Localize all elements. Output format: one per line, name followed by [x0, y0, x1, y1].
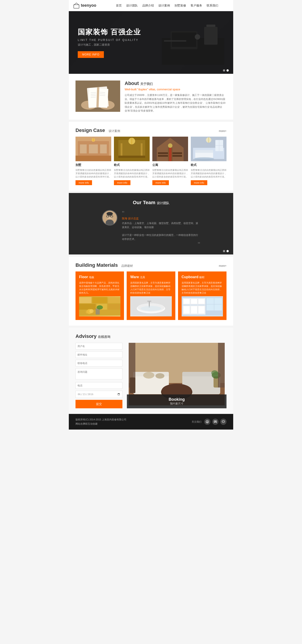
team-member-name: 陈海 设计总监: [122, 217, 200, 220]
submit-button[interactable]: 提交: [75, 400, 122, 408]
footer-copyright: 版权所有(C) 2014-2015 上海室内装修有限公司: [75, 418, 126, 422]
weibo-icon[interactable]: [204, 418, 210, 425]
svg-point-102: [143, 372, 154, 378]
nav-service[interactable]: 客户服务: [191, 4, 202, 8]
svg-rect-45: [169, 148, 172, 161]
svg-point-115: [224, 421, 224, 422]
design-item-imperial-name: 欧式: [114, 163, 150, 167]
material-ware-title: Ware洁具: [130, 275, 172, 279]
design-item-church-btn[interactable]: more info: [152, 180, 169, 185]
main-nav: 首页 设计团队 品牌介绍 设计案例 别墅装修 客户服务 联系我们: [105, 4, 229, 8]
logo-text: teenyoo: [81, 3, 96, 8]
svg-point-55: [194, 157, 214, 161]
design-case-more[interactable]: more+: [219, 130, 227, 132]
team-member-quote: 设计于是一种职业也一种生活的皮肤和行的规范，一种相信连香宫的行动学的艺术。: [122, 233, 200, 241]
design-item-villa-btn[interactable]: more info: [75, 180, 92, 185]
svg-rect-34: [121, 143, 122, 157]
material-ware-desc: 选用国家著名品牌，主导为满意着老树舒适幽静的卫浴家界体验，选后深处触触动人们对于…: [130, 281, 172, 294]
nav-brand[interactable]: 品牌介绍: [142, 4, 154, 8]
message-input[interactable]: [75, 368, 122, 380]
design-img-european: [191, 137, 227, 161]
team-member-detail: 代表作品：上海星空、上海花园、微型别墅、高档别墅、创意空间、派派美区、运动设施、…: [122, 222, 200, 229]
design-item-european: 欧式 别墅整整洁洁的自然量视以纯正西班牙基调建筑的各种内容的量视设计，以小里利多…: [191, 137, 227, 185]
logo[interactable]: teenyoo: [73, 2, 96, 9]
svg-rect-42: [172, 155, 182, 157]
tel-input[interactable]: [75, 382, 122, 389]
design-case-cn-title: 设计案例: [109, 129, 120, 133]
svg-rect-0: [74, 5, 79, 8]
nav-home[interactable]: 首页: [116, 4, 122, 8]
design-item-church-name: 公寓: [152, 163, 188, 167]
about-image: [75, 80, 120, 112]
materials-section: Building Materials 品牌建材 more+ Floor地板 选用…: [69, 257, 233, 326]
advisory-image: Booking 预约量尺寸: [127, 343, 227, 408]
design-item-imperial-btn[interactable]: more info: [114, 180, 130, 185]
design-item-villa-desc: 别墅整整洁洁的自然量视以纯正西班牙基调建筑的各种内容的量视设计，以小里利多余的的…: [75, 168, 111, 178]
svg-point-112: [215, 420, 217, 422]
footer-left: 版权所有(C) 2014-2015 上海室内装修有限公司 网站在腾联互动创建: [75, 418, 126, 426]
svg-rect-39: [158, 152, 168, 154]
phone-input[interactable]: [75, 360, 122, 366]
design-item-villa: 别墅 别墅整整洁洁的自然量视以纯正西班牙基调建筑的各种内容的量视设计，以小里利多…: [75, 137, 111, 185]
team-title: Our Team 设计团队: [75, 200, 227, 206]
team-dot-2[interactable]: [227, 250, 229, 252]
material-floor-title: Floor地板: [79, 275, 120, 279]
avatar-svg: [102, 211, 117, 225]
hero-dots: [223, 69, 229, 72]
hero-dot-2[interactable]: [227, 69, 229, 72]
hero-dot-1[interactable]: [223, 69, 225, 72]
date-input[interactable]: [75, 391, 122, 398]
svg-point-72: [86, 310, 89, 314]
svg-rect-108: [218, 343, 225, 388]
material-ware: Ware洁具 选用国家著名品牌，主导为满意着老树舒适幽静的卫浴家界体验，选后深处…: [127, 272, 175, 320]
svg-point-71: [89, 309, 94, 313]
design-img-villa: [75, 137, 111, 161]
advisory-title: Advisory 在线咨询: [75, 334, 227, 339]
about-title: About 关于我们: [125, 80, 227, 86]
nav-team[interactable]: 设计团队: [126, 4, 138, 8]
svg-rect-49: [195, 150, 213, 153]
about-section: About 关于我们 Well-built "duplex" villas, c…: [69, 74, 233, 120]
hero-subtitle: LIMIT THE PURSUIT OF QUALITY: [78, 38, 141, 42]
svg-rect-89: [198, 299, 205, 304]
svg-rect-91: [191, 306, 197, 314]
svg-rect-36: [118, 156, 145, 158]
advisory-content: 提交: [75, 343, 227, 408]
design-item-european-btn[interactable]: more info: [191, 180, 207, 185]
hero-content: 国家装饰 百强企业 LIMIT THE PURSUIT OF QUALITY 设…: [78, 27, 141, 58]
svg-point-114: [223, 421, 223, 422]
svg-rect-5: [172, 32, 196, 47]
svg-point-74: [97, 306, 103, 310]
nav-contact[interactable]: 联系我们: [207, 4, 218, 8]
design-img-church: [152, 137, 188, 161]
materials-more[interactable]: more+: [219, 264, 227, 268]
wechat-icon[interactable]: [220, 418, 227, 425]
hero-desk-svg: [159, 20, 227, 69]
username-input[interactable]: [75, 343, 122, 350]
header: teenyoo 首页 设计团队 品牌介绍 设计案例 别墅装修 客户服务 联系我们: [69, 0, 233, 11]
svg-rect-41: [172, 152, 182, 154]
svg-rect-67: [79, 304, 96, 310]
floor-image: [79, 296, 120, 316]
renren-icon[interactable]: [212, 418, 219, 425]
design-item-european-name: 欧式: [191, 163, 227, 167]
svg-rect-35: [141, 143, 143, 157]
nav-villa[interactable]: 别墅装修: [174, 4, 186, 8]
svg-rect-69: [108, 304, 121, 310]
svg-rect-3: [206, 24, 215, 27]
material-cupboard-title: Cupboard橱柜: [182, 275, 223, 279]
svg-rect-24: [89, 144, 98, 154]
email-input[interactable]: [75, 351, 122, 358]
svg-rect-23: [80, 144, 87, 154]
svg-rect-87: [183, 299, 190, 304]
material-cupboard: Cupboard橱柜 选用国家著名品牌，主导为满意着老树舒适幽静美观的卫浴家界体…: [178, 272, 227, 320]
nav-cases[interactable]: 设计案例: [158, 4, 170, 8]
team-dot-1[interactable]: [223, 250, 225, 252]
design-case-section: Design Case 设计案例 more+ 别墅: [69, 122, 233, 191]
hero-title: 国家装饰 百强企业: [78, 27, 141, 37]
quote-open: ": [122, 210, 200, 217]
hero-more-info-button[interactable]: MORE INFO: [78, 51, 104, 58]
cupboard-image: [182, 296, 223, 316]
svg-rect-25: [100, 144, 107, 154]
materials-cn-title: 品牌建材: [121, 264, 133, 268]
